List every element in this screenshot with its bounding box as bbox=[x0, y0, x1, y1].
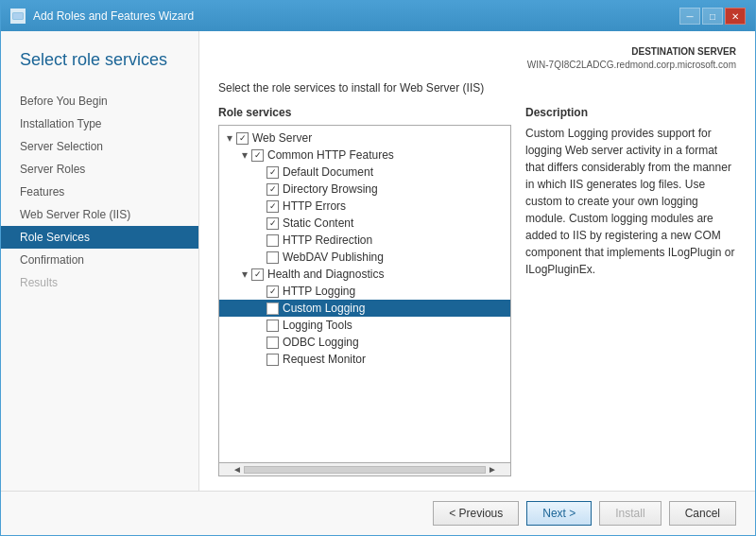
expand-icon-custom-logging[interactable] bbox=[253, 302, 266, 315]
tree-item-web-server[interactable]: ▾Web Server bbox=[219, 130, 510, 147]
sidebar-item-web-server-role[interactable]: Web Server Role (IIS) bbox=[1, 203, 198, 226]
sidebar-item-before-you-begin[interactable]: Before You Begin bbox=[1, 90, 198, 112]
tree-label-common-http: Common HTTP Features bbox=[267, 148, 394, 162]
window-controls: ─ □ ✕ bbox=[679, 8, 746, 25]
minimize-button[interactable]: ─ bbox=[679, 8, 700, 25]
tree-item-default-doc[interactable]: Default Document bbox=[219, 164, 510, 181]
tree-item-custom-logging[interactable]: Custom Logging bbox=[219, 300, 510, 317]
tree-label-logging-tools: Logging Tools bbox=[283, 319, 352, 332]
sidebar-item-installation-type[interactable]: Installation Type bbox=[1, 112, 198, 135]
sidebar-item-results[interactable]: Results bbox=[1, 271, 198, 294]
install-button[interactable]: Install bbox=[599, 501, 661, 526]
tree-label-http-errors: HTTP Errors bbox=[283, 199, 346, 213]
tree-item-static-content[interactable]: Static Content bbox=[219, 215, 510, 232]
maximize-button[interactable]: □ bbox=[702, 8, 723, 25]
expand-icon-default-doc[interactable] bbox=[253, 165, 266, 179]
tree-label-default-doc: Default Document bbox=[283, 165, 373, 179]
checkbox-request-monitor[interactable] bbox=[266, 354, 279, 366]
horizontal-scrollbar[interactable]: ◄ ► bbox=[219, 462, 510, 475]
tree-label-odbc-logging: ODBC Logging bbox=[283, 336, 359, 349]
title-bar: Add Roles and Features Wizard ─ □ ✕ bbox=[1, 1, 755, 31]
tree-scroll[interactable]: ▾Web Server▾Common HTTP FeaturesDefault … bbox=[219, 126, 510, 462]
main-instruction: Select the role services to install for … bbox=[218, 81, 736, 95]
checkbox-http-redirect[interactable] bbox=[266, 234, 279, 247]
expand-icon-http-logging[interactable] bbox=[253, 285, 266, 298]
sidebar-item-confirmation[interactable]: Confirmation bbox=[1, 249, 198, 271]
checkbox-http-logging[interactable] bbox=[266, 285, 279, 298]
checkbox-http-errors[interactable] bbox=[266, 200, 279, 213]
checkbox-default-doc[interactable] bbox=[266, 166, 279, 179]
checkbox-custom-logging[interactable] bbox=[266, 303, 279, 315]
checkbox-common-http[interactable] bbox=[251, 149, 264, 162]
expand-icon-request-monitor[interactable] bbox=[253, 353, 266, 366]
tree-label-http-redirect: HTTP Redirection bbox=[283, 233, 372, 247]
sidebar: Select role services Before You BeginIns… bbox=[1, 31, 199, 491]
tree-item-http-redirect[interactable]: HTTP Redirection bbox=[219, 232, 510, 249]
sidebar-item-role-services[interactable]: Role Services bbox=[1, 226, 198, 249]
tree-item-http-logging[interactable]: HTTP Logging bbox=[219, 283, 510, 300]
hscrollbar-thumb[interactable] bbox=[244, 466, 486, 474]
checkbox-odbc-logging[interactable] bbox=[266, 337, 279, 349]
expand-icon-health-diag[interactable]: ▾ bbox=[238, 268, 251, 281]
checkbox-dir-browsing[interactable] bbox=[266, 183, 279, 196]
expand-icon-static-content[interactable] bbox=[253, 216, 266, 230]
tree-container: ▾Web Server▾Common HTTP FeaturesDefault … bbox=[218, 125, 511, 476]
expand-icon-http-redirect[interactable] bbox=[253, 233, 266, 247]
expand-icon-dir-browsing[interactable] bbox=[253, 182, 266, 196]
sidebar-nav: Before You BeginInstallation TypeServer … bbox=[1, 80, 198, 303]
next-button[interactable]: Next > bbox=[526, 501, 592, 526]
expand-icon-common-http[interactable]: ▾ bbox=[238, 148, 251, 162]
tree-label-http-logging: HTTP Logging bbox=[283, 285, 355, 298]
wizard-icon bbox=[10, 9, 26, 24]
description-panel-header: Description bbox=[525, 106, 736, 119]
tree-item-dir-browsing[interactable]: Directory Browsing bbox=[219, 181, 510, 198]
svg-rect-2 bbox=[13, 13, 23, 19]
right-panel: Description Custom Logging provides supp… bbox=[525, 106, 736, 476]
title-bar-left: Add Roles and Features Wizard bbox=[10, 9, 194, 24]
footer: < Previous Next > Install Cancel bbox=[1, 491, 755, 535]
tree-item-common-http[interactable]: ▾Common HTTP Features bbox=[219, 147, 510, 164]
destination-server-info: DESTINATION SERVER WIN-7QI8C2LADCG.redmo… bbox=[218, 45, 736, 72]
wizard-window: Add Roles and Features Wizard ─ □ ✕ Sele… bbox=[0, 0, 756, 536]
expand-icon-logging-tools[interactable] bbox=[253, 319, 266, 332]
expand-icon-webdav[interactable] bbox=[253, 251, 266, 264]
previous-button[interactable]: < Previous bbox=[433, 501, 519, 526]
tree-item-webdav[interactable]: WebDAV Publishing bbox=[219, 249, 510, 266]
destination-server-name: WIN-7QI8C2LADCG.redmond.corp.microsoft.c… bbox=[218, 59, 736, 72]
tree-label-web-server: Web Server bbox=[252, 131, 312, 145]
roles-panel-header: Role services bbox=[218, 106, 511, 119]
tree-label-custom-logging: Custom Logging bbox=[283, 302, 365, 315]
tree-item-logging-tools[interactable]: Logging Tools bbox=[219, 317, 510, 334]
tree-item-request-monitor[interactable]: Request Monitor bbox=[219, 351, 510, 368]
two-panel: Role services ▾Web Server▾Common HTTP Fe… bbox=[218, 106, 736, 476]
window-title: Add Roles and Features Wizard bbox=[33, 9, 194, 23]
content-area: Select role services Before You BeginIns… bbox=[1, 31, 755, 491]
checkbox-webdav[interactable] bbox=[266, 251, 279, 264]
sidebar-item-server-roles[interactable]: Server Roles bbox=[1, 158, 198, 181]
checkbox-logging-tools[interactable] bbox=[266, 320, 279, 332]
hscrollbar-track[interactable]: ◄ ► bbox=[219, 463, 510, 475]
sidebar-header: Select role services bbox=[1, 31, 198, 80]
checkbox-health-diag[interactable] bbox=[251, 268, 264, 281]
tree-label-health-diag: Health and Diagnostics bbox=[267, 268, 384, 281]
expand-icon-http-errors[interactable] bbox=[253, 199, 266, 213]
description-text: Custom Logging provides support for logg… bbox=[525, 125, 736, 278]
tree-item-http-errors[interactable]: HTTP Errors bbox=[219, 198, 510, 215]
checkbox-web-server[interactable] bbox=[236, 132, 249, 145]
left-panel: Role services ▾Web Server▾Common HTTP Fe… bbox=[218, 106, 511, 476]
tree-item-odbc-logging[interactable]: ODBC Logging bbox=[219, 334, 510, 351]
sidebar-item-server-selection[interactable]: Server Selection bbox=[1, 135, 198, 158]
cancel-button[interactable]: Cancel bbox=[669, 501, 736, 526]
main-content: DESTINATION SERVER WIN-7QI8C2LADCG.redmo… bbox=[199, 31, 755, 491]
tree-label-dir-browsing: Directory Browsing bbox=[283, 182, 378, 196]
close-button[interactable]: ✕ bbox=[725, 8, 746, 25]
checkbox-static-content[interactable] bbox=[266, 217, 279, 230]
destination-server-label: DESTINATION SERVER bbox=[218, 45, 736, 59]
tree-item-health-diag[interactable]: ▾Health and Diagnostics bbox=[219, 266, 510, 283]
tree-label-static-content: Static Content bbox=[283, 216, 353, 230]
expand-icon-web-server[interactable]: ▾ bbox=[223, 131, 236, 145]
expand-icon-odbc-logging[interactable] bbox=[253, 336, 266, 349]
tree-label-request-monitor: Request Monitor bbox=[283, 353, 366, 366]
tree-label-webdav: WebDAV Publishing bbox=[283, 251, 384, 264]
sidebar-item-features[interactable]: Features bbox=[1, 181, 198, 203]
